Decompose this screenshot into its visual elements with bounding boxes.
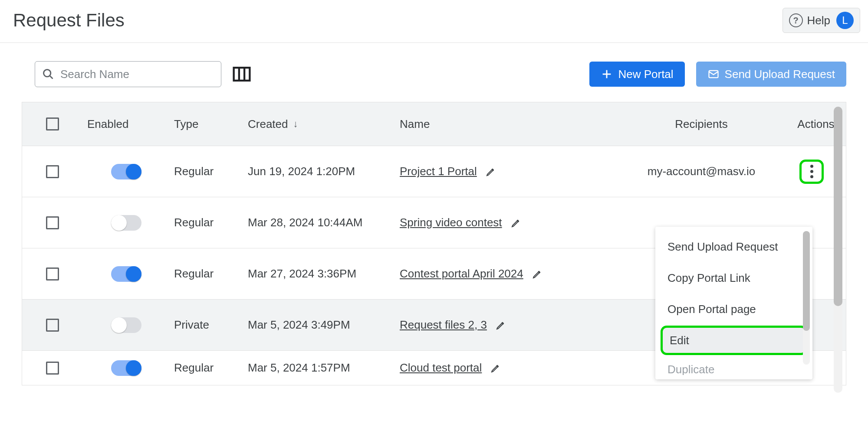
row-actions-menu: Send Upload Request Copy Portal Link Ope… bbox=[655, 227, 812, 379]
th-created[interactable]: Created ↓ bbox=[243, 117, 395, 131]
enabled-toggle[interactable] bbox=[111, 266, 141, 282]
th-enabled[interactable]: Enabled bbox=[83, 117, 170, 131]
svg-point-0 bbox=[44, 70, 51, 77]
help-label: Help bbox=[807, 14, 830, 27]
enabled-toggle[interactable] bbox=[111, 164, 141, 179]
header-right-group: ? Help L bbox=[783, 8, 860, 33]
portal-name-link[interactable]: Project 1 Portal bbox=[400, 165, 477, 178]
help-button[interactable]: ? Help bbox=[789, 13, 830, 27]
pencil-icon[interactable] bbox=[532, 269, 542, 279]
cell-recipients: my-account@masv.io bbox=[617, 165, 786, 178]
table-scrollbar[interactable] bbox=[834, 107, 842, 393]
sort-desc-icon: ↓ bbox=[293, 118, 298, 130]
cell-created: Jun 19, 2024 1:20PM bbox=[243, 165, 395, 178]
cell-type: Regular bbox=[170, 267, 243, 280]
send-upload-request-label: Send Upload Request bbox=[725, 68, 835, 81]
help-icon: ? bbox=[789, 13, 803, 27]
search-input[interactable] bbox=[60, 68, 214, 81]
pencil-icon[interactable] bbox=[496, 320, 506, 330]
page-title: Request Files bbox=[13, 10, 125, 31]
cell-created: Mar 5, 2024 1:57PM bbox=[243, 361, 395, 375]
checkbox-icon bbox=[46, 117, 59, 130]
portal-name-link[interactable]: Spring video contest bbox=[400, 216, 502, 229]
table-header-row: Enabled Type Created ↓ Name Recipients A… bbox=[22, 102, 846, 146]
portal-name-link[interactable]: Contest portal April 2024 bbox=[400, 267, 523, 280]
enabled-toggle[interactable] bbox=[111, 317, 141, 333]
scrollbar-thumb[interactable] bbox=[803, 231, 810, 331]
menu-scrollbar[interactable] bbox=[803, 231, 810, 365]
row-checkbox[interactable] bbox=[22, 165, 83, 178]
svg-line-1 bbox=[50, 76, 53, 79]
plus-icon bbox=[601, 68, 613, 80]
portal-name-link[interactable]: Cloud test portal bbox=[400, 361, 482, 375]
cell-type: Regular bbox=[170, 361, 243, 375]
new-portal-label: New Portal bbox=[618, 68, 673, 81]
scrollbar-thumb[interactable] bbox=[834, 107, 842, 306]
pencil-icon[interactable] bbox=[486, 166, 496, 177]
enabled-toggle[interactable] bbox=[111, 215, 141, 231]
cell-type: Regular bbox=[170, 165, 243, 178]
menu-item-edit[interactable]: Edit bbox=[661, 326, 807, 355]
th-type[interactable]: Type bbox=[170, 117, 243, 131]
cell-created: Mar 5, 2024 3:49PM bbox=[243, 318, 395, 332]
th-select-all[interactable] bbox=[22, 117, 83, 130]
th-name[interactable]: Name bbox=[395, 117, 617, 131]
row-checkbox[interactable] bbox=[22, 267, 83, 280]
mail-icon bbox=[707, 68, 720, 80]
menu-item-duplicate[interactable]: Duplicate bbox=[655, 356, 812, 375]
pencil-icon[interactable] bbox=[490, 363, 501, 373]
svg-rect-2 bbox=[234, 68, 250, 81]
menu-item-open-portal-page[interactable]: Open Portal page bbox=[655, 294, 812, 325]
cell-created: Mar 28, 2024 10:44AM bbox=[243, 216, 395, 229]
portal-name-link[interactable]: Request files 2, 3 bbox=[400, 318, 487, 332]
th-recipients[interactable]: Recipients bbox=[617, 117, 786, 131]
cell-type: Regular bbox=[170, 216, 243, 229]
row-actions-button[interactable] bbox=[799, 160, 824, 184]
row-checkbox[interactable] bbox=[22, 216, 83, 229]
send-upload-request-button[interactable]: Send Upload Request bbox=[696, 62, 846, 87]
more-vert-icon bbox=[810, 165, 813, 178]
toolbar: New Portal Send Upload Request bbox=[0, 43, 868, 102]
search-box[interactable] bbox=[35, 61, 221, 87]
search-icon bbox=[42, 68, 54, 80]
row-checkbox[interactable] bbox=[22, 362, 83, 375]
table-row: Regular Jun 19, 2024 1:20PM Project 1 Po… bbox=[22, 146, 846, 197]
th-created-label: Created bbox=[248, 117, 288, 131]
cell-created: Mar 27, 2024 3:36PM bbox=[243, 267, 395, 280]
new-portal-button[interactable]: New Portal bbox=[589, 62, 684, 87]
enabled-toggle[interactable] bbox=[111, 360, 141, 376]
page-header: Request Files ? Help L bbox=[0, 0, 868, 43]
menu-item-send-upload-request[interactable]: Send Upload Request bbox=[655, 231, 812, 262]
menu-item-copy-portal-link[interactable]: Copy Portal Link bbox=[655, 262, 812, 294]
cell-type: Private bbox=[170, 318, 243, 332]
avatar[interactable]: L bbox=[836, 12, 854, 29]
columns-button[interactable] bbox=[233, 66, 251, 82]
row-checkbox[interactable] bbox=[22, 319, 83, 332]
pencil-icon[interactable] bbox=[511, 218, 521, 228]
